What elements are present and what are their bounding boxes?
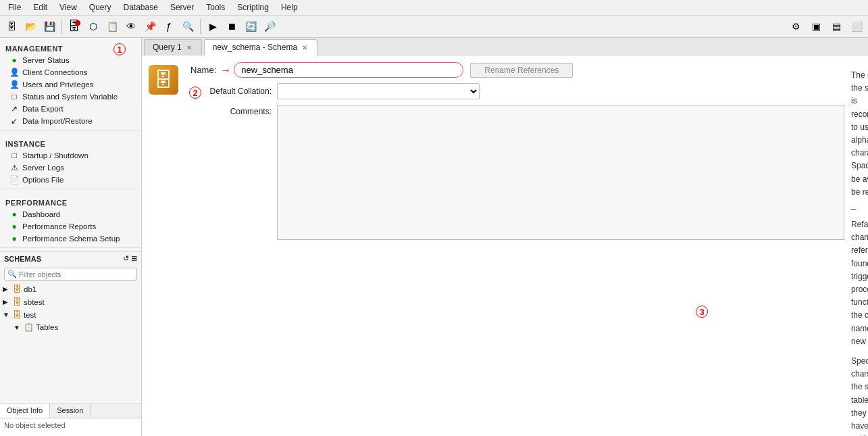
schema-editor: 🗄 Name: → Rename References Default Coll… <box>142 55 868 436</box>
tab-object-info[interactable]: Object Info <box>0 404 50 418</box>
sidebar-label-performance-schema: Performance Schema Setup <box>22 235 120 243</box>
comments-textarea[interactable] <box>277 105 844 240</box>
expand-sbtest-icon: ▶ <box>3 298 11 306</box>
tab-schema-close[interactable]: ✕ <box>301 44 309 51</box>
toolbar-query[interactable]: 🔍 <box>179 18 197 35</box>
toolbar-settings[interactable]: ⚙ <box>787 18 805 35</box>
sidebar-label-server-logs: Server Logs <box>22 164 64 172</box>
tree-label-test: test <box>24 311 36 319</box>
toolbar-refresh[interactable]: 🔄 <box>242 18 259 35</box>
toolbar-function[interactable]: ƒ <box>160 18 178 35</box>
comments-row: Comments: <box>190 105 844 240</box>
tab-session[interactable]: Session <box>50 404 91 418</box>
sidebar-item-server-status[interactable]: ● Server Status <box>0 54 141 66</box>
menu-scripting[interactable]: Scripting <box>232 1 274 14</box>
name-label: Name: <box>190 65 216 75</box>
tree-label-tables: Tables <box>36 323 58 331</box>
dashboard-icon: ● <box>9 210 19 219</box>
logs-icon: ⚠ <box>9 163 19 172</box>
toolbar-procedure[interactable]: 📌 <box>141 18 159 35</box>
management-section: MANAGEMENT ● Server Status 👤 Client Conn… <box>0 41 141 127</box>
toolbar-maximize[interactable]: ⬜ <box>848 18 865 35</box>
toolbar-stop[interactable]: ⏹ <box>223 18 240 35</box>
menu-view[interactable]: View <box>54 1 82 14</box>
schema-setup-icon: ● <box>9 234 19 243</box>
schema-form-main: Name: → Rename References Default Collat… <box>190 62 844 240</box>
schemas-options-btn[interactable]: ⊞ <box>131 254 137 263</box>
sidebar-label-dashboard: Dashboard <box>22 210 60 218</box>
sidebar-item-users-privileges[interactable]: 👤 Users and Privileges <box>0 78 141 91</box>
tab-schema[interactable]: new_schema - Schema ✕ <box>204 39 317 55</box>
menu-tools[interactable]: Tools <box>201 1 230 14</box>
connections-icon: 👤 <box>9 68 19 77</box>
sidebar-label-performance-reports: Performance Reports <box>22 222 96 231</box>
tabs-bar: Query 1 ✕ new_schema - Schema ✕ <box>142 38 868 55</box>
collation-label: Default Collation: <box>190 87 272 96</box>
toolbar-inspect[interactable]: 🔎 <box>261 18 278 35</box>
export-icon: ↗ <box>9 104 19 114</box>
instance-title: INSTANCE <box>0 136 141 149</box>
users-icon: 👤 <box>9 80 19 89</box>
schema-filter-input[interactable] <box>19 270 134 278</box>
collation-select[interactable] <box>277 83 480 99</box>
divider-1 <box>0 130 141 130</box>
search-icon: 🔍 <box>7 270 17 278</box>
toolbar-open[interactable]: 📂 <box>22 18 39 35</box>
tab-query1-close[interactable]: ✕ <box>185 44 193 51</box>
schema-tree: ▶ 🗄 db1 ▶ 🗄 sbtest ▼ 🗄 test ▼ 📋 Tables <box>0 283 141 404</box>
info-text-1: The name of the schema. It is recommende… <box>851 69 868 212</box>
sidebar-item-data-import[interactable]: ↙ Data Import/Restore <box>0 115 141 127</box>
menu-file[interactable]: File <box>3 1 26 14</box>
tree-item-sbtest[interactable]: ▶ 🗄 sbtest <box>0 295 141 308</box>
tree-item-tables[interactable]: ▼ 📋 Tables <box>0 321 141 333</box>
sidebar-label-client-connections: Client Connections <box>22 68 88 76</box>
toolbar-view[interactable]: 👁 <box>122 18 140 35</box>
schema-filter-box[interactable]: 🔍 <box>4 268 137 281</box>
menu-help[interactable]: Help <box>276 1 303 14</box>
toolbar-layout2[interactable]: ▤ <box>827 18 845 35</box>
tree-item-db1[interactable]: ▶ 🗄 db1 <box>0 283 141 295</box>
sidebar-item-status-system[interactable]: □ Status and System Variable <box>0 91 141 103</box>
expand-db1-icon: ▶ <box>3 285 11 293</box>
toolbar-table[interactable]: 📋 <box>103 18 121 35</box>
menu-edit[interactable]: Edit <box>28 1 53 14</box>
sidebar-item-performance-reports[interactable]: ● Performance Reports <box>0 220 141 233</box>
schemas-icons: ↺ ⊞ <box>123 254 137 263</box>
sidebar-item-data-export[interactable]: ↗ Data Export <box>0 103 141 115</box>
sidebar-label-startup: Startup / Shutdown <box>22 151 88 160</box>
tab-query1[interactable]: Query 1 ✕ <box>144 39 202 55</box>
bottom-tabs: Object Info Session <box>0 404 141 418</box>
status-icon: ● <box>9 55 19 65</box>
sidebar: MANAGEMENT ● Server Status 👤 Client Conn… <box>0 38 142 436</box>
name-row: Name: → Rename References <box>190 62 844 78</box>
toolbar-connect[interactable]: 🗄 <box>66 18 83 35</box>
toolbar-sep-1 <box>61 19 62 34</box>
sidebar-item-performance-schema[interactable]: ● Performance Schema Setup <box>0 233 141 245</box>
menu-database[interactable]: Database <box>118 1 163 14</box>
sidebar-item-options-file[interactable]: 📄 Options File <box>0 174 141 186</box>
sidebar-item-startup-shutdown[interactable]: □ Startup / Shutdown <box>0 149 141 162</box>
info-text-3: Specifies which charset/collation the sc… <box>851 355 868 436</box>
toolbar-layout1[interactable]: ▣ <box>807 18 825 35</box>
toolbar: 🗄 📂 💾 🗄 ⬡ 📋 👁 📌 ƒ 🔍 ▶ ⏹ 🔄 🔎 ⚙ ▣ ▤ ⬜ <box>0 16 868 38</box>
toolbar-new-connection[interactable]: 🗄 <box>3 18 20 35</box>
schemas-reload-btn[interactable]: ↺ <box>123 254 129 263</box>
rename-references-btn[interactable]: Rename References <box>470 63 573 78</box>
sidebar-label-data-import: Data Import/Restore <box>22 117 93 125</box>
info-text-2: Refactor model, changing all references … <box>851 218 868 348</box>
tree-label-sbtest: sbtest <box>24 298 45 306</box>
sidebar-item-dashboard[interactable]: ● Dashboard <box>0 208 141 220</box>
toolbar-save[interactable]: 💾 <box>41 18 58 35</box>
sidebar-item-server-logs[interactable]: ⚠ Server Logs <box>0 162 141 174</box>
main-layout: MANAGEMENT ● Server Status 👤 Client Conn… <box>0 38 868 436</box>
toolbar-schema[interactable]: ⬡ <box>84 18 102 35</box>
sbtest-icon: 🗄 <box>13 297 22 307</box>
tree-item-test[interactable]: ▼ 🗄 test <box>0 308 141 321</box>
bottom-info-section: Object Info Session No object selected <box>0 404 141 436</box>
content-area: Query 1 ✕ new_schema - Schema ✕ 🗄 Name: <box>142 38 868 436</box>
sidebar-item-client-connections[interactable]: 👤 Client Connections <box>0 66 141 78</box>
menu-query[interactable]: Query <box>84 1 117 14</box>
schema-name-input[interactable] <box>234 62 463 78</box>
toolbar-execute[interactable]: ▶ <box>204 18 222 35</box>
menu-server[interactable]: Server <box>165 1 199 14</box>
